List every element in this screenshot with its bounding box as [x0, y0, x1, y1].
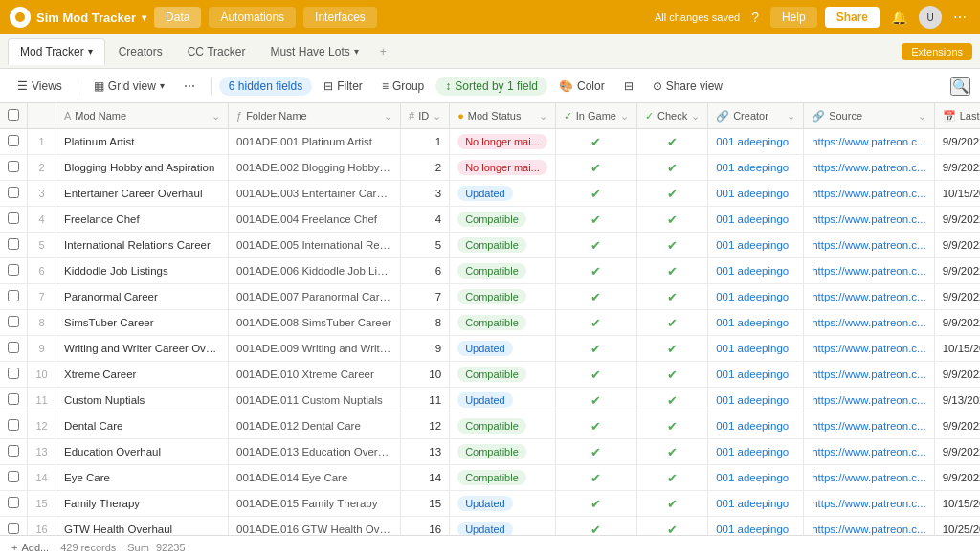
cell-in-game[interactable]: ✔: [555, 284, 636, 310]
row-checkbox[interactable]: [0, 258, 28, 284]
chevron-down-icon[interactable]: ▾: [142, 12, 146, 23]
row-checkbox[interactable]: [0, 155, 28, 181]
cell-mod-name[interactable]: Dental Care: [56, 413, 229, 439]
data-nav-btn[interactable]: Data: [154, 7, 201, 28]
cell-source[interactable]: https://www.patreon.c...: [804, 284, 935, 310]
cell-source[interactable]: https://www.patreon.c...: [804, 388, 935, 413]
cell-mod-status[interactable]: Compatible: [450, 310, 556, 336]
cell-in-game[interactable]: ✔: [555, 413, 636, 439]
question-icon[interactable]: ?: [747, 8, 763, 27]
cell-check[interactable]: ✔: [636, 439, 707, 465]
cell-last-updated[interactable]: 9/9/2022: [934, 439, 980, 465]
cell-check[interactable]: ✔: [636, 233, 707, 258]
col-header-id[interactable]: # ID ⌄: [401, 103, 450, 129]
cell-folder-name[interactable]: 001ADE.010 Xtreme Career: [229, 362, 401, 388]
cell-creator[interactable]: 001 adeepingo: [708, 129, 804, 155]
cell-mod-name[interactable]: GTW Health Overhaul: [56, 517, 229, 536]
table-row[interactable]: 6 Kiddodle Job Listings 001ADE.006 Kiddo…: [0, 258, 980, 284]
hidden-fields-button[interactable]: 6 hidden fields: [219, 77, 312, 96]
tab-creators[interactable]: Creators: [107, 39, 174, 64]
cell-folder-name[interactable]: 001ADE.013 Education Overhaul: [229, 439, 401, 465]
cell-folder-name[interactable]: 001ADE.002 Blogging Hobby and A...: [229, 155, 401, 181]
table-row[interactable]: 2 Blogging Hobby and Aspiration 001ADE.0…: [0, 155, 980, 181]
cell-id[interactable]: 10: [401, 362, 450, 388]
cell-source[interactable]: https://www.patreon.c...: [804, 362, 935, 388]
color-button[interactable]: 🎨 Color: [551, 76, 612, 97]
cell-check[interactable]: ✔: [636, 362, 707, 388]
cell-creator[interactable]: 001 adeepingo: [708, 207, 804, 233]
cell-last-updated[interactable]: 10/15/2022: [934, 491, 980, 517]
cell-check[interactable]: ✔: [636, 336, 707, 362]
cell-mod-name[interactable]: Eye Care: [56, 465, 229, 491]
cell-in-game[interactable]: ✔: [555, 517, 636, 536]
col-header-check[interactable]: ✓ Check ⌄: [636, 103, 707, 129]
select-all-checkbox[interactable]: [0, 103, 28, 129]
cell-check[interactable]: ✔: [636, 388, 707, 413]
cell-id[interactable]: 15: [401, 491, 450, 517]
col-header-last-updated[interactable]: 📅 Last Updated ⌄: [934, 103, 980, 129]
search-button[interactable]: 🔍: [950, 77, 970, 96]
cell-source[interactable]: https://www.patreon.c...: [804, 336, 935, 362]
cell-mod-status[interactable]: Compatible: [450, 258, 556, 284]
cell-creator[interactable]: 001 adeepingo: [708, 233, 804, 258]
help-btn[interactable]: Help: [770, 7, 817, 28]
cell-in-game[interactable]: ✔: [555, 155, 636, 181]
share-button[interactable]: Share: [825, 7, 880, 28]
sort-button[interactable]: ↕ Sorted by 1 field: [435, 77, 547, 96]
cell-folder-name[interactable]: 001ADE.004 Freelance Chef: [229, 207, 401, 233]
cell-id[interactable]: 8: [401, 310, 450, 336]
table-row[interactable]: 9 Writing and Writer Career Over... 001A…: [0, 336, 980, 362]
cell-check[interactable]: ✔: [636, 129, 707, 155]
cell-mod-name[interactable]: Custom Nuptials: [56, 388, 229, 413]
row-checkbox[interactable]: [0, 129, 28, 155]
cell-check[interactable]: ✔: [636, 517, 707, 536]
row-checkbox[interactable]: [0, 491, 28, 517]
table-row[interactable]: 13 Education Overhaul 001ADE.013 Educati…: [0, 439, 980, 465]
cell-folder-name[interactable]: 001ADE.016 GTW Health Overhaul: [229, 517, 401, 536]
table-row[interactable]: 10 Xtreme Career 001ADE.010 Xtreme Caree…: [0, 362, 980, 388]
cell-check[interactable]: ✔: [636, 258, 707, 284]
cell-id[interactable]: 13: [401, 439, 450, 465]
cell-folder-name[interactable]: 001ADE.007 Paranormal Career: [229, 284, 401, 310]
cell-folder-name[interactable]: 001ADE.009 Writing and Writer Car...: [229, 336, 401, 362]
cell-id[interactable]: 1: [401, 129, 450, 155]
cell-mod-status[interactable]: Compatible: [450, 465, 556, 491]
cell-id[interactable]: 6: [401, 258, 450, 284]
row-checkbox[interactable]: [0, 207, 28, 233]
chevron-down-icon[interactable]: ▾: [160, 80, 165, 91]
cell-source[interactable]: https://www.patreon.c...: [804, 517, 935, 536]
row-checkbox[interactable]: [0, 388, 28, 413]
cell-mod-status[interactable]: Updated: [450, 388, 556, 413]
cell-in-game[interactable]: ✔: [555, 388, 636, 413]
cell-creator[interactable]: 001 adeepingo: [708, 517, 804, 536]
filter-button[interactable]: ⊟ Filter: [316, 76, 370, 97]
cell-in-game[interactable]: ✔: [555, 336, 636, 362]
avatar-icon[interactable]: U: [919, 6, 942, 29]
cell-folder-name[interactable]: 001ADE.014 Eye Care: [229, 465, 401, 491]
cell-check[interactable]: ✔: [636, 155, 707, 181]
cell-mod-name[interactable]: Kiddodle Job Listings: [56, 258, 229, 284]
interfaces-nav-btn[interactable]: Interfaces: [303, 7, 377, 28]
row-checkbox[interactable]: [0, 336, 28, 362]
cell-check[interactable]: ✔: [636, 181, 707, 207]
table-row[interactable]: 11 Custom Nuptials 001ADE.011 Custom Nup…: [0, 388, 980, 413]
cell-folder-name[interactable]: 001ADE.015 Family Therapy: [229, 491, 401, 517]
col-header-mod-status[interactable]: ● Mod Status ⌄: [450, 103, 556, 129]
group-button[interactable]: ≡ Group: [374, 76, 432, 97]
cell-last-updated[interactable]: 9/9/2022: [934, 310, 980, 336]
cell-creator[interactable]: 001 adeepingo: [708, 439, 804, 465]
cell-folder-name[interactable]: 001ADE.011 Custom Nuptials: [229, 388, 401, 413]
cell-last-updated[interactable]: 9/9/2022: [934, 413, 980, 439]
cell-check[interactable]: ✔: [636, 207, 707, 233]
cell-mod-name[interactable]: Education Overhaul: [56, 439, 229, 465]
cell-source[interactable]: https://www.patreon.c...: [804, 129, 935, 155]
cell-id[interactable]: 11: [401, 388, 450, 413]
tab-cc-tracker[interactable]: CC Tracker: [176, 39, 257, 64]
cell-mod-status[interactable]: Updated: [450, 181, 556, 207]
table-row[interactable]: 16 GTW Health Overhaul 001ADE.016 GTW He…: [0, 517, 980, 536]
cell-folder-name[interactable]: 001ADE.008 SimsTuber Career: [229, 310, 401, 336]
cell-id[interactable]: 2: [401, 155, 450, 181]
cell-mod-status[interactable]: Compatible: [450, 362, 556, 388]
cell-mod-status[interactable]: Compatible: [450, 284, 556, 310]
cell-in-game[interactable]: ✔: [555, 207, 636, 233]
